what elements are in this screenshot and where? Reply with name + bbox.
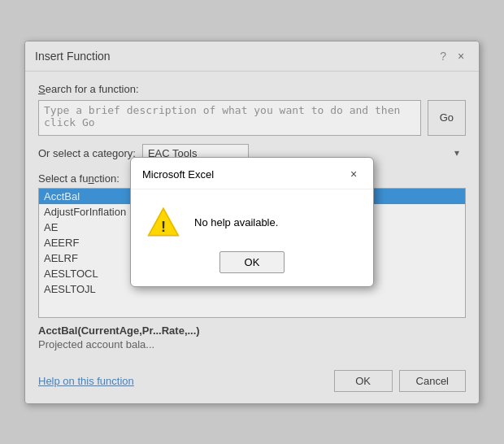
excel-footer: OK bbox=[131, 251, 373, 286]
excel-message: No help available. bbox=[194, 216, 278, 229]
excel-body: ! No help available. bbox=[131, 189, 373, 251]
svg-text:!: ! bbox=[161, 218, 166, 235]
excel-titlebar: Microsoft Excel × bbox=[131, 158, 373, 189]
excel-dialog: Microsoft Excel × ! No help available. O… bbox=[130, 157, 374, 287]
excel-close-icon[interactable]: × bbox=[345, 166, 362, 182]
warning-triangle-icon: ! bbox=[147, 206, 180, 238]
excel-ok-button[interactable]: OK bbox=[219, 251, 285, 273]
excel-dialog-title: Microsoft Excel bbox=[142, 168, 214, 181]
insert-function-dialog: Insert Function ? × Search for a functio… bbox=[24, 41, 480, 404]
modal-overlay: Microsoft Excel × ! No help available. O… bbox=[25, 41, 479, 403]
